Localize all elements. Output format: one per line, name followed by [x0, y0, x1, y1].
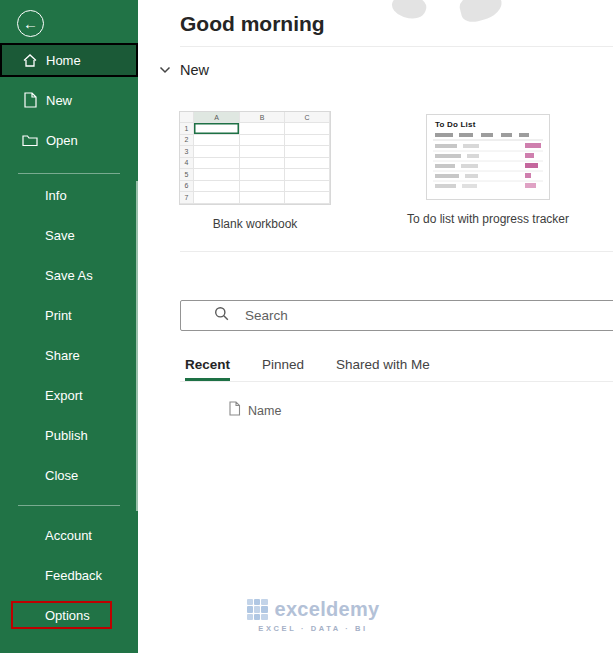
sidebar-item-label: Account	[45, 528, 92, 543]
template-blank-workbook[interactable]: A B C 1 2 3 4 5 6 7 Blank workbook	[180, 111, 330, 231]
exceldemy-watermark: exceldemy EXCEL · DATA · BI	[238, 598, 388, 633]
blank-workbook-thumbnail: A B C 1 2 3 4 5 6 7	[179, 111, 331, 205]
watermark-brand: exceldemy	[275, 598, 380, 621]
sidebar-item-label: New	[46, 93, 72, 108]
tab-pinned[interactable]: Pinned	[262, 357, 304, 381]
backstage-sidebar: ← Home New Open Info Save Save As Print …	[0, 0, 138, 653]
sidebar-item-options[interactable]: Options	[0, 595, 138, 635]
sidebar-item-label: Save As	[45, 268, 93, 283]
sidebar-item-label: Share	[45, 348, 80, 363]
sidebar-item-label: Open	[46, 133, 78, 148]
sidebar-item-publish[interactable]: Publish	[0, 415, 138, 455]
backstage-home-pane: Good morning New A B C 1 2 3 4 5 6	[138, 0, 613, 653]
new-document-icon	[22, 92, 38, 108]
file-icon	[228, 401, 241, 420]
sidebar-item-label: Feedback	[45, 568, 102, 583]
todo-thumbnail-heading: To Do List	[435, 120, 543, 129]
name-column-label: Name	[248, 404, 281, 418]
search-box	[180, 300, 613, 331]
sidebar-divider	[18, 505, 120, 506]
sidebar-item-label: Info	[45, 188, 67, 203]
open-folder-icon	[22, 132, 38, 148]
back-arrow-icon: ←	[23, 15, 38, 32]
todo-thumbnail-graphic	[433, 131, 543, 193]
home-icon	[22, 52, 38, 68]
sidebar-item-account[interactable]: Account	[0, 515, 138, 555]
new-section-header[interactable]: New	[158, 62, 613, 78]
sidebar-divider	[18, 173, 120, 174]
watermark-tagline: EXCEL · DATA · BI	[238, 624, 388, 633]
todo-list-thumbnail: To Do List	[426, 114, 550, 200]
sidebar-item-print[interactable]: Print	[0, 295, 138, 335]
sidebar-item-share[interactable]: Share	[0, 335, 138, 375]
greeting-heading: Good morning	[180, 12, 613, 36]
sidebar-item-feedback[interactable]: Feedback	[0, 555, 138, 595]
name-column-header[interactable]: Name	[228, 401, 613, 420]
sidebar-item-label: Print	[45, 308, 72, 323]
tab-shared-with-me[interactable]: Shared with Me	[336, 357, 430, 381]
sidebar-item-open[interactable]: Open	[0, 120, 138, 160]
sidebar-item-label: Home	[46, 53, 81, 68]
grid-logo-icon	[247, 599, 268, 620]
new-section-label: New	[180, 62, 209, 78]
sidebar-item-close[interactable]: Close	[0, 455, 138, 495]
sidebar-item-label: Save	[45, 228, 75, 243]
sidebar-item-label: Export	[45, 388, 83, 403]
sidebar-item-info[interactable]: Info	[0, 175, 138, 215]
section-divider	[180, 251, 613, 252]
tabs-divider	[180, 381, 613, 382]
back-button[interactable]: ←	[17, 10, 44, 37]
file-list-tabs: Recent Pinned Shared with Me	[185, 357, 613, 381]
template-gallery: A B C 1 2 3 4 5 6 7 Blank workbook To Do…	[180, 111, 613, 231]
template-title: Blank workbook	[213, 217, 298, 231]
search-input[interactable]	[245, 308, 613, 323]
sidebar-item-save[interactable]: Save	[0, 215, 138, 255]
tab-recent[interactable]: Recent	[185, 357, 230, 381]
sidebar-item-new[interactable]: New	[0, 80, 138, 120]
sidebar-item-export[interactable]: Export	[0, 375, 138, 415]
search-icon	[214, 306, 229, 325]
chevron-down-icon	[158, 66, 172, 74]
sidebar-item-label: Publish	[45, 428, 88, 443]
sidebar-item-label: Options	[45, 608, 90, 623]
template-title: To do list with progress tracker	[407, 212, 569, 226]
template-todo-list[interactable]: To Do List	[413, 111, 563, 231]
sidebar-item-save-as[interactable]: Save As	[0, 255, 138, 295]
sidebar-item-label: Close	[45, 468, 78, 483]
section-divider	[180, 46, 613, 47]
sidebar-item-home[interactable]: Home	[0, 43, 138, 77]
